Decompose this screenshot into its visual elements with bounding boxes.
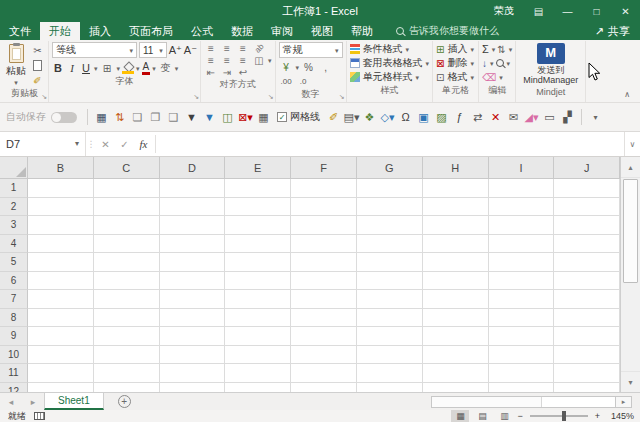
font-dialog-launcher[interactable]: ↘ <box>193 93 199 101</box>
row-header[interactable]: 9 <box>0 327 28 346</box>
scroll-right-button[interactable]: ▸ <box>616 396 632 408</box>
minimize-button[interactable]: — <box>553 0 582 22</box>
zoom-in-button[interactable]: + <box>595 411 600 421</box>
shrink-font-button[interactable]: A⁻ <box>184 44 197 57</box>
grid-cells[interactable] <box>28 383 620 393</box>
macro-record-icon[interactable] <box>34 412 45 420</box>
cancel-entry-button[interactable]: ✕ <box>96 132 115 156</box>
formula-bar-handle[interactable]: ⋮ <box>86 132 96 156</box>
enter-entry-button[interactable]: ✓ <box>115 132 134 156</box>
zoom-slider-thumb[interactable] <box>562 411 566 421</box>
share-button[interactable]: ↗ 共享 <box>585 22 640 40</box>
tell-me-search[interactable]: 告诉我你想要做什么 <box>396 22 499 40</box>
row-header[interactable]: 1 <box>0 179 28 198</box>
fill-color-button[interactable] <box>122 62 134 74</box>
underline-button[interactable]: U <box>80 62 92 74</box>
tab-help[interactable]: 帮助 <box>342 22 382 40</box>
cut-button[interactable]: ✂ <box>30 43 45 57</box>
pivot-table-icon[interactable]: ▦ <box>93 108 110 126</box>
italic-button[interactable]: I <box>66 62 78 74</box>
autosave-toggle[interactable]: 自动保存 <box>6 110 82 124</box>
expand-formula-bar-button[interactable]: ∨ <box>624 132 640 156</box>
delete-table-icon[interactable]: ⊠▾ <box>237 108 254 126</box>
column-header[interactable]: I <box>489 157 555 179</box>
tab-review[interactable]: 审阅 <box>262 22 302 40</box>
phonetic-guide-button[interactable]: 变 <box>158 61 173 75</box>
fill-button[interactable]: ↓▾ <box>482 56 494 70</box>
autosum-button[interactable]: Σ▾ <box>482 42 495 56</box>
grid-cells[interactable] <box>28 346 620 365</box>
align-right-button[interactable]: ≡ <box>236 54 250 66</box>
font-size-select[interactable]: 11 ▾ <box>139 42 167 58</box>
number-dialog-launcher[interactable]: ↘ <box>339 93 345 101</box>
row-header[interactable]: 6 <box>0 272 28 291</box>
advanced-filter-icon[interactable]: ▼ <box>201 108 218 126</box>
zoom-level[interactable]: 145% <box>604 411 634 421</box>
insert-cells-button[interactable]: ⊞ 插入 ▾ <box>436 42 475 56</box>
window-table-icon[interactable]: ❏ <box>129 108 146 126</box>
horizontal-scroll-track[interactable] <box>431 396 616 408</box>
grid-cells[interactable] <box>28 253 620 272</box>
vertical-scroll-track[interactable] <box>621 284 640 371</box>
row-header[interactable]: 4 <box>0 235 28 254</box>
border-grid-icon[interactable]: ▦ <box>255 108 272 126</box>
clear-button[interactable]: ⌫▾ <box>482 70 503 84</box>
row-header[interactable]: 11 <box>0 364 28 383</box>
text-box-icon[interactable]: ▭ <box>541 108 558 126</box>
wrap-text-button[interactable]: ↩ <box>236 66 250 78</box>
window-down-icon[interactable]: ❑ <box>165 108 182 126</box>
stamp-icon[interactable]: ❖ <box>361 108 378 126</box>
align-middle-button[interactable]: ≡ <box>220 42 234 54</box>
paste-button[interactable]: 粘贴 ▾ <box>4 42 28 87</box>
align-left-button[interactable]: ≡ <box>204 54 218 66</box>
send-to-mindmanager-button[interactable]: M 发送到 MindManager <box>519 42 582 87</box>
formula-input[interactable] <box>158 132 624 156</box>
percent-format-button[interactable]: % <box>301 60 316 74</box>
column-header[interactable]: J <box>554 157 620 179</box>
grid-cells[interactable] <box>28 235 620 254</box>
align-center-button[interactable]: ≡ <box>220 54 234 66</box>
borders-button[interactable]: ⊞ <box>100 61 115 75</box>
increase-indent-button[interactable]: ⇥ <box>220 66 234 78</box>
merge-cells-icon[interactable]: ◫ <box>219 108 236 126</box>
insert-function-icon[interactable]: ƒ <box>451 108 468 126</box>
cell-styles-button[interactable]: 单元格样式 ▾ <box>350 70 430 84</box>
filter-icon[interactable]: ▼ <box>183 108 200 126</box>
vertical-scroll-thumb[interactable] <box>623 179 638 283</box>
grow-font-button[interactable]: A⁺ <box>169 44 182 57</box>
scroll-down-button[interactable]: ▾ <box>621 371 640 392</box>
clipboard-dialog-launcher[interactable]: ↘ <box>41 93 47 101</box>
horizontal-scroll-thumb[interactable] <box>432 397 542 407</box>
increase-decimal-button[interactable]: .00 <box>279 74 294 88</box>
row-header[interactable]: 7 <box>0 290 28 309</box>
decrease-indent-button[interactable]: ⇤ <box>204 66 218 78</box>
previous-sheet-button[interactable]: ◂ <box>0 393 22 410</box>
close-button[interactable]: ✕ <box>611 0 640 22</box>
find-select-button[interactable]: ▾ <box>496 56 511 70</box>
column-header[interactable]: C <box>94 157 160 179</box>
maximize-button[interactable]: □ <box>582 0 611 22</box>
copy-button[interactable] <box>30 58 45 72</box>
format-painter-icon[interactable]: ✐ <box>325 108 342 126</box>
qat-overflow-button[interactable]: ▾ <box>587 108 604 126</box>
grid-cells[interactable] <box>28 364 620 383</box>
column-header[interactable]: H <box>423 157 489 179</box>
align-bottom-button[interactable]: ≡ <box>236 42 250 54</box>
gridlines-checkbox[interactable]: ✓ 网格线 <box>277 110 320 124</box>
sheet-tab-sheet1[interactable]: Sheet1 <box>44 393 104 410</box>
comma-format-button[interactable]: , <box>318 60 333 74</box>
bold-button[interactable]: B <box>52 62 64 74</box>
account-user-button[interactable]: 荣茂 <box>484 0 524 22</box>
scroll-up-button[interactable]: ▴ <box>621 157 640 178</box>
grid-cells[interactable] <box>28 179 620 198</box>
tab-page-layout[interactable]: 页面布局 <box>120 22 182 40</box>
grid-cells[interactable] <box>28 309 620 328</box>
row-header[interactable]: 5 <box>0 253 28 272</box>
grid-cells[interactable] <box>28 198 620 217</box>
zoom-out-button[interactable]: − <box>517 411 522 421</box>
row-header[interactable]: 10 <box>0 346 28 365</box>
screen-clip-icon[interactable]: ▣ <box>415 108 432 126</box>
tab-data[interactable]: 数据 <box>222 22 262 40</box>
insert-function-button[interactable]: fx <box>134 132 153 156</box>
currency-format-button[interactable]: ¥ <box>279 60 294 74</box>
